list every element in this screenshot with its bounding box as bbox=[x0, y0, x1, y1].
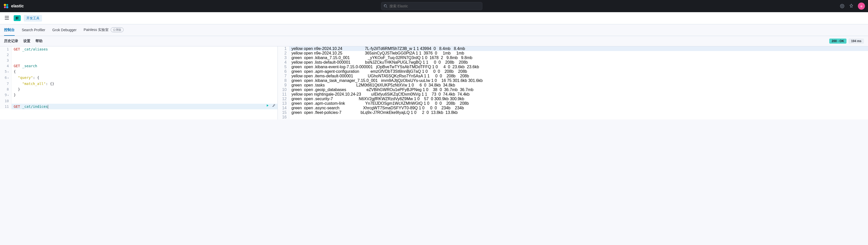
output-text: green open .fleet-policies-7 bLq9x-J7ROm… bbox=[289, 110, 868, 115]
output-line: 13green open .apm-custom-link Yn7ElJDOSg… bbox=[278, 101, 868, 106]
line-number: 1 bbox=[0, 47, 12, 52]
editor-line[interactable]: 2 bbox=[0, 52, 278, 58]
line-number: 6 bbox=[0, 75, 12, 81]
output-line: 14green open .async-search XhrcgWT7SmaDS… bbox=[278, 106, 868, 110]
line-number: 1 bbox=[278, 47, 289, 51]
editor-area: 1GET _cat/aliases234GET _search5{6 "quer… bbox=[0, 47, 868, 119]
output-line: 15green open .fleet-policies-7 bLq9x-J7R… bbox=[278, 110, 868, 115]
output-line: 11yellow open nightingale-2024.10.24-23 … bbox=[278, 92, 868, 97]
output-line: 3green open .kibana_7.15.0_001 _yYKOoF_T… bbox=[278, 56, 868, 60]
tab-控制台[interactable]: 控制台 bbox=[4, 25, 15, 36]
svg-point-0 bbox=[4, 4, 6, 6]
logo[interactable]: elastic bbox=[3, 3, 24, 9]
line-number: 2 bbox=[0, 52, 12, 58]
line-number: 3 bbox=[278, 56, 289, 60]
output-text: green open .async-search XhrcgWT7SmaDSFY… bbox=[289, 106, 868, 110]
elastic-logo-icon bbox=[3, 3, 9, 9]
tab-grok-debugger[interactable]: Grok Debugger bbox=[53, 25, 77, 35]
line-number: 10 bbox=[0, 98, 12, 104]
output-line: 6green open .apm-agent-configuration emz… bbox=[278, 69, 868, 74]
editor-line[interactable]: 7 "match_all": {} bbox=[0, 81, 278, 86]
output-line: 12green open .security-7 N6XV2gjfRKWZRzd… bbox=[278, 97, 868, 101]
search-icon bbox=[384, 4, 388, 8]
line-content bbox=[12, 98, 278, 104]
navbar: 默 开发工具 bbox=[0, 12, 868, 24]
output-text: green open .apm-custom-link Yn7ElJDOSgm1… bbox=[289, 101, 868, 106]
line-content bbox=[12, 52, 278, 58]
output-text: green open .apm-agent-configuration emzG… bbox=[289, 69, 868, 74]
wrench-icon[interactable] bbox=[272, 104, 276, 107]
line-number: 2 bbox=[278, 51, 289, 56]
output-text: green open .security-7 N6XV2gjfRKWZRzdVy… bbox=[289, 97, 868, 101]
output-text: yellow open nightingale-2024.10.24-23 uI… bbox=[289, 92, 868, 97]
tab-label: Painless 实验室 bbox=[84, 28, 108, 32]
editor-line[interactable]: 6 "query": { bbox=[0, 75, 278, 81]
subbar-link-设置[interactable]: 设置 bbox=[23, 39, 30, 44]
line-number: 7 bbox=[278, 74, 289, 78]
newsfeed-icon[interactable] bbox=[849, 4, 854, 9]
request-editor[interactable]: 1GET _cat/aliases234GET _search5{6 "quer… bbox=[0, 47, 278, 119]
line-number: 12 bbox=[278, 97, 289, 101]
svg-point-5 bbox=[841, 5, 843, 7]
line-number: 14 bbox=[278, 106, 289, 110]
line-content: } bbox=[12, 92, 278, 98]
line-number: 3 bbox=[0, 58, 12, 63]
line-number: 5 bbox=[0, 69, 12, 75]
svg-point-4 bbox=[840, 4, 844, 8]
line-number: 5 bbox=[278, 65, 289, 69]
output-text bbox=[289, 115, 868, 119]
search-input[interactable] bbox=[390, 4, 479, 8]
topbar: elastic e bbox=[0, 0, 868, 12]
response-output[interactable]: 1yellow open n9e-2024.10.24 7L-fy2ilTd6R… bbox=[278, 47, 868, 119]
output-text: yellow open .lists-default-000001 bsNJZC… bbox=[289, 60, 868, 65]
line-number: 11 bbox=[278, 92, 289, 97]
editor-line[interactable]: 3 bbox=[0, 58, 278, 63]
editor-line[interactable]: 11GET _cat/indices bbox=[0, 104, 278, 109]
line-number: 4 bbox=[0, 63, 12, 69]
svg-point-1 bbox=[6, 4, 8, 6]
line-content: GET _cat/indices bbox=[12, 104, 278, 109]
editor-line[interactable]: 4GET _search bbox=[0, 63, 278, 69]
output-text: green open .tasks L2M0t661QtiXUKP5zNtXVw… bbox=[289, 83, 868, 87]
subbar-link-帮助[interactable]: 帮助 bbox=[35, 39, 42, 44]
line-content: } bbox=[12, 86, 278, 92]
nav-toggle[interactable] bbox=[3, 14, 11, 23]
space-badge[interactable]: 默 bbox=[14, 15, 21, 21]
output-line: 8green open .kibana_task_manager_7.15.0_… bbox=[278, 78, 868, 83]
brand-text: elastic bbox=[11, 4, 24, 8]
output-line: 4yellow open .lists-default-000001 bsNJZ… bbox=[278, 60, 868, 65]
breadcrumb-devtools[interactable]: 开发工具 bbox=[24, 15, 42, 22]
output-text: yellow open n9e-2024.10.24 7L-fy2ilTd6RM… bbox=[289, 47, 868, 51]
editor-line[interactable]: 1GET _cat/aliases bbox=[0, 47, 278, 52]
tab-label: Grok Debugger bbox=[53, 28, 77, 32]
output-line: 16 bbox=[278, 115, 868, 119]
user-avatar[interactable]: e bbox=[858, 3, 865, 10]
line-number: 8 bbox=[278, 78, 289, 83]
editor-line[interactable]: 9} bbox=[0, 92, 278, 98]
tab-painless-实验室[interactable]: Painless 实验室公测版 bbox=[84, 24, 124, 36]
output-text: yellow open n9e-2024.10.25 365sinCyQJSTl… bbox=[289, 51, 868, 56]
tabs: 控制台Search ProfilerGrok DebuggerPainless … bbox=[0, 24, 868, 36]
editor-line[interactable]: 8 } bbox=[0, 86, 278, 92]
output-text: green open .kibana-event-log-7.15.0-0000… bbox=[289, 65, 868, 69]
svg-point-3 bbox=[6, 6, 8, 8]
response-status: 200 - OK bbox=[829, 38, 847, 44]
tab-label: 控制台 bbox=[4, 28, 15, 32]
tab-search-profiler[interactable]: Search Profiler bbox=[22, 25, 45, 35]
editor-line[interactable]: 5{ bbox=[0, 69, 278, 75]
subbar-link-历史记录[interactable]: 历史记录 bbox=[4, 39, 18, 44]
hamburger-icon bbox=[5, 16, 9, 20]
output-line: 10green open .geoip_databases eZVBihGWRO… bbox=[278, 87, 868, 92]
line-content: "match_all": {} bbox=[12, 81, 278, 86]
send-request-icon[interactable] bbox=[266, 104, 270, 107]
line-number: 9 bbox=[0, 92, 12, 98]
line-number: 7 bbox=[0, 81, 12, 86]
output-text: green open .kibana_7.15.0_001 _yYKOoF_Tu… bbox=[289, 56, 868, 60]
help-icon[interactable] bbox=[840, 4, 845, 9]
global-search[interactable] bbox=[381, 2, 483, 10]
line-content: "query": { bbox=[12, 75, 278, 81]
output-line: 5green open .kibana-event-log-7.15.0-000… bbox=[278, 65, 868, 69]
tab-label: Search Profiler bbox=[22, 28, 45, 32]
line-number: 10 bbox=[278, 87, 289, 92]
editor-line[interactable]: 10 bbox=[0, 98, 278, 104]
